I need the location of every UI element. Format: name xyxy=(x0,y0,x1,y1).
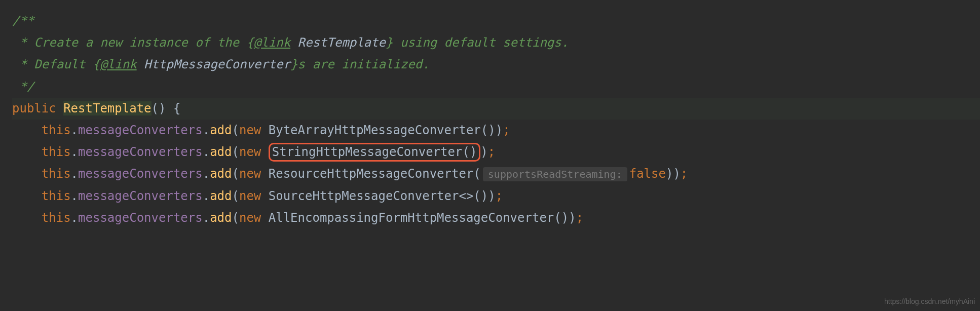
javadoc-open: /** xyxy=(12,10,980,32)
code-line-4: this.messageConverters.add(new SourceHtt… xyxy=(12,185,980,207)
class-stringhttp: StringHttpMessageConverter xyxy=(272,145,463,159)
highlighted-selection: StringHttpMessageConverter() xyxy=(269,143,481,162)
code-editor: /** * Create a new instance of the {@lin… xyxy=(0,10,980,229)
code-line-2: this.messageConverters.add(new StringHtt… xyxy=(12,141,980,163)
class-bytearray: ByteArrayHttpMessageConverter xyxy=(269,123,481,137)
code-line-3: this.messageConverters.add(new ResourceH… xyxy=(12,163,980,185)
field-messageConverters: messageConverters xyxy=(78,123,203,137)
class-source: SourceHttpMessageConverter xyxy=(269,189,459,203)
watermark-text: https://blog.csdn.net/myhAini xyxy=(884,295,975,308)
javadoc-line-1: * Create a new instance of the {@link Re… xyxy=(12,32,980,54)
code-line-5: this.messageConverters.add(new AllEncomp… xyxy=(12,207,980,229)
class-resource: ResourceHttpMessageConverter xyxy=(269,167,474,181)
javadoc-close: */ xyxy=(12,76,980,98)
keyword-false: false xyxy=(629,167,666,181)
keyword-public: public xyxy=(12,101,56,115)
constructor-name: RestTemplate xyxy=(63,101,151,115)
parameter-hint: supportsReadStreaming: xyxy=(483,167,627,181)
constructor-declaration: public RestTemplate() { xyxy=(12,98,980,120)
javadoc-line-2: * Default {@link HttpMessageConverter}s … xyxy=(12,54,980,75)
javadoc-link-tag: @link xyxy=(254,35,290,50)
javadoc-link-tag: @link xyxy=(100,57,136,71)
method-add: add xyxy=(210,123,232,137)
comment-text: /** xyxy=(12,14,34,28)
class-allencompassing: AllEncompassingFormHttpMessageConverter xyxy=(269,211,554,225)
code-line-1: this.messageConverters.add(new ByteArray… xyxy=(12,120,980,141)
